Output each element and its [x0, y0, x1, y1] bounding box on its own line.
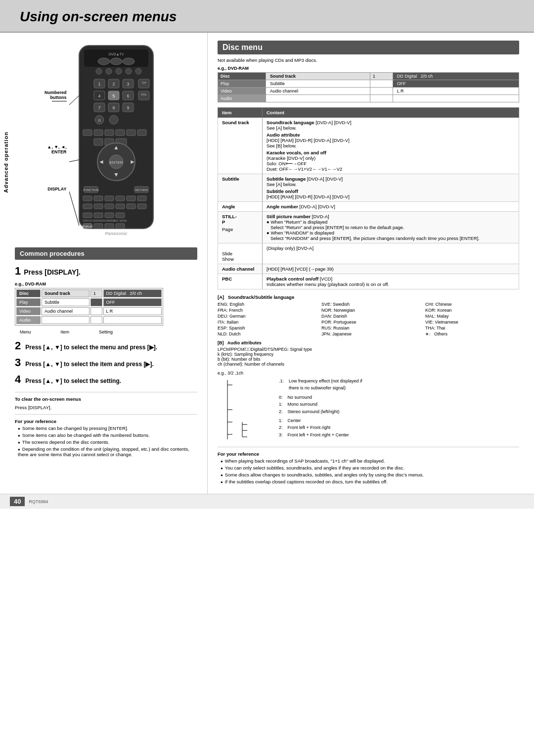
lang-item: KOR: Korean: [425, 308, 519, 313]
table-cell-item: Angle: [218, 202, 263, 212]
content-table: Item Content Sound track Soundtrack lang…: [218, 107, 519, 289]
table-cell: [266, 95, 370, 102]
step1-number: 1: [15, 265, 21, 278]
lang-item: ∗: Others: [425, 331, 519, 336]
table-cell: Subtitle: [42, 298, 89, 306]
ch-item: 2: Stereo surround (left/right): [279, 408, 362, 415]
table-cell: Sound track: [42, 289, 89, 297]
table-row: Play Subtitle OFF: [16, 298, 162, 306]
ch-lines-left: [218, 378, 277, 443]
list-item: Depending on the condition of the unit (…: [18, 446, 197, 457]
table-cell: [370, 88, 393, 95]
ch-item: 3: Front left + Front right + Center: [279, 431, 362, 438]
svg-line-84: [69, 191, 79, 226]
svg-text:▼: ▼: [113, 171, 119, 178]
svg-text:4: 4: [98, 94, 100, 98]
svg-rect-59: [116, 196, 125, 201]
lang-item: RUS: Russian: [321, 326, 415, 331]
lang-item: DAN: Danish: [321, 314, 415, 319]
table-cell: Audio channel: [42, 307, 89, 315]
svg-line-82: [69, 95, 79, 105]
svg-rect-79: [105, 224, 114, 229]
step2-text: Press [▲, ▼] to select the menu and pres…: [25, 344, 157, 351]
menu-label-item: Item: [61, 330, 70, 334]
svg-text:►: ►: [130, 158, 135, 165]
svg-text:▲: ▲: [113, 144, 119, 151]
lang-item: THA: Thai: [425, 326, 519, 331]
table-cell: [103, 316, 162, 324]
table-cell-item: SlideShow: [218, 243, 263, 264]
svg-text:0: 0: [98, 118, 100, 123]
svg-text:7: 7: [98, 105, 100, 110]
list-item: When playing back recordings of SAP broa…: [221, 458, 519, 464]
table-row: Audio: [218, 95, 519, 102]
lang-item: FRA: French: [218, 308, 312, 313]
menu-label-menu: Menu: [20, 330, 31, 334]
page-header: Using on-screen menus: [0, 0, 534, 33]
ch-item: 0: No surround: [279, 394, 362, 401]
ch-eg: e.g., 3/2 ,1ch: [218, 371, 519, 376]
right-column: Disc menu Not available when playing CDs…: [208, 33, 534, 494]
for-ref-list-right: When playing back recordings of SAP broa…: [218, 458, 519, 484]
left-column: Advanced operation Numbered buttons ▲, ▼…: [0, 33, 208, 494]
svg-rect-63: [94, 204, 103, 209]
remote-svg: DVD▲TV 1 2 3: [69, 41, 163, 238]
audio-attr-section: [B] Audio attributes LPCM/PPCM/□□Digital…: [218, 340, 519, 367]
table-cell-content: Playback control on/off [VCD] Indicates …: [263, 274, 519, 289]
table-cell: Audio channel: [266, 88, 370, 95]
svg-rect-80: [116, 224, 125, 229]
svg-rect-40: [127, 130, 135, 136]
ch-item: 1: Mono surround: [279, 401, 362, 408]
svg-rect-68: [83, 213, 92, 218]
list-item: If the subtitles overlap closed captions…: [221, 479, 519, 484]
lang-item: VIE: Vietnamese: [425, 320, 519, 325]
table-cell-content: [HDD] [RAM] [VCD] (→page 39): [263, 264, 519, 274]
common-procedures-header: Common procedures: [15, 247, 197, 260]
svg-point-10: [135, 68, 141, 74]
for-ref-list-left: Some items can be changed by pressing [E…: [15, 425, 197, 457]
table-cell-content: Soundtrack language [DVD-A] [DVD-V] See …: [263, 118, 519, 174]
ch-bracket-svg: [218, 378, 277, 442]
list-item: Some items can also be changed with the …: [18, 432, 197, 438]
svg-rect-67: [137, 204, 146, 209]
lang-item: ENG: English: [218, 302, 312, 307]
svg-line-83: [69, 160, 79, 162]
lang-item: NLD: Dutch: [218, 331, 312, 336]
step1-heading: Press [DISPLAY].: [24, 268, 81, 276]
table-cell: [90, 298, 102, 306]
svg-text:STATUS: STATUS: [83, 219, 92, 222]
svg-text:8: 8: [112, 105, 115, 110]
table-cell: Disc: [16, 289, 41, 297]
step2-container: 2 Press [▲, ▼] to select the menu and pr…: [15, 339, 197, 352]
clear-header: To clear the on-screen menus: [15, 396, 197, 402]
page-footer: 40 RQT6984: [0, 494, 534, 509]
table-row: Audio channel [HDD] [RAM] [VCD] (→page 3…: [218, 264, 519, 274]
table-cell-item: STILL- P Page: [218, 212, 263, 243]
svg-rect-64: [105, 204, 114, 209]
svg-point-8: [116, 68, 122, 74]
table-row: Disc Sound track 1 DD Digital 2/0 ch: [218, 73, 519, 80]
table-row: Subtitle Subtitle language [DVD-A] [DVD-…: [218, 174, 519, 202]
svg-rect-37: [94, 130, 103, 136]
audio-attr-line: ch (channel): Number of channels: [218, 362, 519, 367]
table-cell: [90, 307, 102, 315]
table-row: Audio: [16, 316, 162, 324]
table-row: STILL- P Page Still picture number [DVD-…: [218, 212, 519, 243]
table-cell: L R: [103, 307, 162, 315]
enter-callout: ▲, ▼, ◄, ENTER: [25, 140, 67, 154]
step3-container: 3 Press [▲, ▼] to select the item and pr…: [15, 356, 197, 369]
ch-text-list: .1: Low frequency effect (not displayed …: [279, 378, 362, 443]
table-cell-item: Audio channel: [218, 264, 263, 274]
table-cell: Play: [16, 298, 41, 306]
table-cell: Video: [16, 307, 41, 315]
svg-point-7: [106, 68, 112, 74]
step1-container: 1 Press [DISPLAY].: [15, 265, 197, 278]
svg-text:Panasonic: Panasonic: [105, 231, 127, 236]
table-cell: 1: [90, 289, 102, 297]
svg-text:CH: CH: [141, 81, 146, 84]
table-cell: Audio: [218, 95, 266, 102]
audio-attr-header: [B] Audio attributes: [218, 340, 519, 345]
svg-point-4: [110, 58, 122, 65]
svg-text:2: 2: [112, 82, 115, 87]
svg-text:DISPLAY: DISPLAY: [82, 225, 92, 228]
